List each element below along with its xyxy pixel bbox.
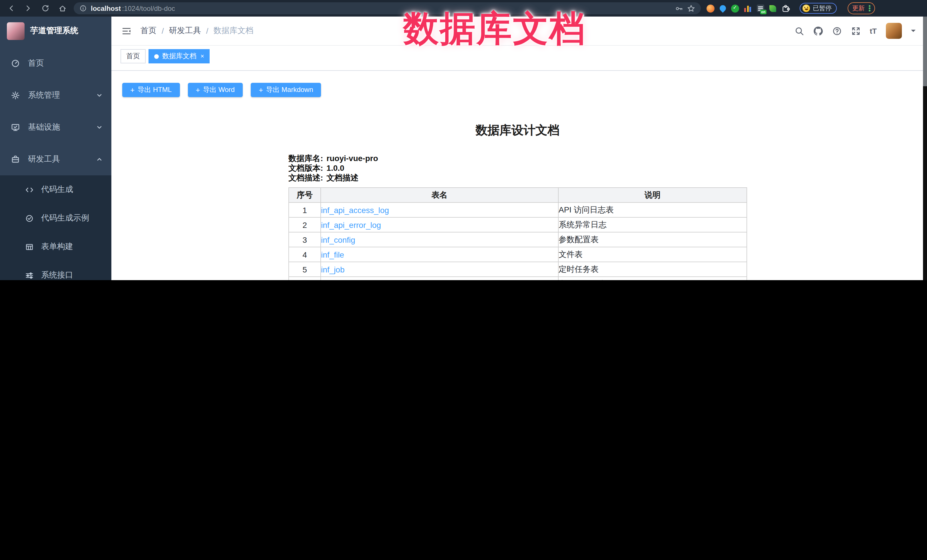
tables-index-table: 序号 表名 说明 1 inf_api_access_log (289, 187, 747, 280)
table-row: 6 inf_job_log 定时任务日志表 (289, 277, 747, 280)
table-name-link[interactable]: inf_job (321, 265, 345, 274)
paused-extension-badge[interactable]: 已暂停 (799, 3, 837, 14)
sidebar-item-label: 首页 (28, 58, 44, 68)
forward-icon[interactable] (24, 4, 33, 12)
table-desc: API 访问日志表 (558, 202, 747, 217)
puzzle-extensions-icon[interactable] (781, 4, 790, 12)
export-word-button[interactable]: + 导出 Word (188, 83, 243, 97)
table-desc: 系统异常日志 (558, 217, 747, 232)
table-name-link[interactable]: inf_config (321, 235, 355, 244)
row-index: 2 (289, 217, 321, 232)
plus-icon: + (130, 86, 135, 94)
close-tab-icon[interactable]: × (201, 53, 204, 59)
sidebar-item-label: 系统接口 (41, 270, 73, 280)
leaf-extension-icon[interactable] (769, 5, 776, 12)
tab-label: 数据库文档 (162, 52, 196, 61)
table-body: 1 inf_api_access_log API 访问日志表 2 inf_api… (289, 202, 747, 280)
table-desc: 定时任务日志表 (558, 277, 747, 280)
table-name-link[interactable]: inf_api_access_log (321, 205, 389, 214)
dashboard-icon (11, 59, 20, 68)
pin-extension-icon[interactable] (718, 4, 727, 12)
fullscreen-icon[interactable] (851, 26, 860, 36)
breadcrumb-current: 数据库文档 (214, 26, 254, 36)
sidebar-item-form-builder[interactable]: 表单构建 (0, 232, 111, 261)
table-row: 3 inf_config 参数配置表 (289, 232, 747, 247)
field-value: ruoyi-vue-pro (327, 154, 378, 163)
green-check-extension-icon[interactable] (731, 4, 739, 12)
row-index: 5 (289, 262, 321, 277)
help-icon[interactable] (832, 26, 842, 36)
table-name-link[interactable]: inf_file (321, 250, 344, 259)
plus-icon: + (259, 86, 263, 94)
font-size-icon[interactable]: tT (869, 27, 877, 35)
update-label: 更新 (852, 4, 865, 12)
switch-extension-icon[interactable]: on (757, 5, 764, 12)
doc-meta: 数据库名: ruoyi-vue-pro 文档版本: 1.0.0 文档描述: 文档… (289, 154, 746, 183)
tab-db-doc[interactable]: 数据库文档 × (149, 49, 210, 64)
field-label: 文档描述: (289, 173, 323, 183)
url-path: :1024/tool/db-doc (122, 4, 175, 12)
sidebar-item-label: 研发工具 (28, 154, 60, 164)
sidebar-item-system-mgmt[interactable]: 系统管理 (0, 79, 111, 111)
col-header-no: 序号 (289, 188, 321, 202)
user-avatar[interactable] (886, 23, 902, 39)
key-icon[interactable] (675, 4, 683, 12)
browser-scrollbar[interactable] (923, 17, 927, 280)
reload-icon[interactable] (41, 4, 50, 12)
stats-extension-icon[interactable] (744, 5, 752, 12)
sidebar-item-home[interactable]: 首页 (0, 47, 111, 79)
scrollbar-thumb[interactable] (923, 17, 927, 86)
db-doc-preview: 数据库设计文档 数据库名: ruoyi-vue-pro 文档版本: 1.0.0 … (289, 122, 746, 280)
breadcrumb-dev-tools[interactable]: 研发工具 (169, 26, 201, 36)
bookmark-star-icon[interactable] (687, 4, 695, 12)
table-desc: 文件表 (558, 247, 747, 262)
sidebar-item-system-api[interactable]: 系统接口 (0, 261, 111, 280)
field-label: 文档版本: (289, 163, 323, 173)
sidebar-item-code-gen-example[interactable]: 代码生成示例 (0, 204, 111, 232)
site-info-icon[interactable] (79, 5, 87, 12)
kebab-menu-icon[interactable] (869, 5, 870, 11)
table-name-link[interactable]: inf_job_log (321, 279, 360, 280)
doc-version-field: 文档版本: 1.0.0 (289, 163, 746, 173)
sidebar-item-infrastructure[interactable]: 基础设施 (0, 111, 111, 143)
avatar-caret-down-icon[interactable] (911, 30, 916, 34)
browser-update-menu[interactable]: 更新 (848, 2, 875, 14)
export-markdown-button[interactable]: + 导出 Markdown (251, 83, 321, 97)
app-title: 芋道管理系统 (30, 26, 78, 36)
url-bar[interactable]: localhost:1024/tool/db-doc (74, 2, 701, 14)
button-label: 导出 Markdown (266, 85, 313, 95)
back-icon[interactable] (7, 4, 15, 12)
sidebar-menu: 首页 系统管理 基础设施 研发工具 (0, 45, 111, 175)
table-name-link[interactable]: inf_api_error_log (321, 220, 381, 229)
github-icon[interactable] (813, 26, 823, 36)
sidebar-item-label: 代码生成 (41, 185, 73, 195)
tab-label: 首页 (126, 52, 140, 61)
active-dot-icon (154, 54, 159, 59)
form-icon (25, 243, 34, 251)
search-icon[interactable] (794, 26, 804, 36)
paused-label: 已暂停 (813, 4, 831, 12)
emoji-icon (802, 5, 810, 12)
breadcrumb-home[interactable]: 首页 (140, 26, 157, 36)
logo-image (7, 22, 24, 40)
sidebar-item-code-gen[interactable]: 代码生成 (0, 175, 111, 204)
url-domain: localhost (91, 4, 121, 12)
sidebar-item-label: 系统管理 (28, 90, 60, 100)
app-logo[interactable]: 芋道管理系统 (0, 17, 111, 45)
sidebar-item-label: 代码生成示例 (41, 213, 89, 223)
sidebar-item-dev-tools[interactable]: 研发工具 (0, 143, 111, 175)
sliders-icon (25, 271, 34, 279)
annotation-watermark: 数据库文档 (403, 5, 586, 53)
table-desc: 参数配置表 (558, 232, 747, 247)
export-html-button[interactable]: + 导出 HTML (122, 83, 179, 97)
home-icon[interactable] (58, 4, 67, 12)
orange-extension-icon[interactable] (707, 4, 714, 12)
badge-check-icon (25, 214, 34, 222)
table-desc: 定时任务表 (558, 262, 747, 277)
header-actions: tT (794, 23, 916, 39)
collapse-sidebar-icon[interactable] (122, 26, 131, 36)
tab-home[interactable]: 首页 (120, 49, 146, 64)
page-content: + 导出 HTML + 导出 Word + 导出 Markdown 数据库设计文… (111, 71, 927, 280)
table-row: 1 inf_api_access_log API 访问日志表 (289, 202, 747, 217)
db-name-field: 数据库名: ruoyi-vue-pro (289, 154, 746, 163)
